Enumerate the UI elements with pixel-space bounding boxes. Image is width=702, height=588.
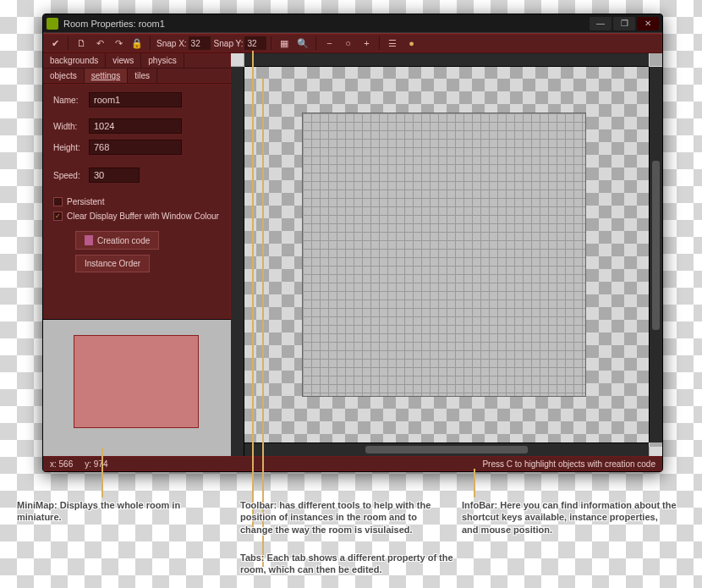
ruler-vertical	[231, 67, 244, 456]
scrollbar-vertical[interactable]	[649, 67, 662, 442]
undo-icon[interactable]: ↶	[91, 36, 108, 51]
zoom-out-icon[interactable]: −	[321, 36, 337, 51]
scrollbar-horizontal[interactable]	[244, 442, 649, 456]
callout-toolbar: Toolbar: has different tools to help wit…	[240, 499, 443, 536]
snapx-label: Snap X:	[156, 39, 187, 48]
speed-label: Speed:	[53, 171, 84, 180]
minimap[interactable]	[43, 319, 231, 456]
new-file-icon[interactable]: 🗋	[73, 36, 90, 51]
room-properties-window: Room Properties: room1 — ❐ ✕ ✔ 🗋 ↶ ↷ 🔒 S…	[42, 14, 663, 472]
tab-settings[interactable]: settings	[85, 69, 128, 83]
list-icon[interactable]: ☰	[384, 36, 401, 51]
separator	[150, 36, 151, 50]
toolbar: ✔ 🗋 ↶ ↷ 🔒 Snap X: Snap Y: ▦ 🔍 − ○ + ☰ ●	[43, 33, 662, 53]
minimize-button[interactable]: —	[590, 17, 612, 30]
separator	[315, 36, 316, 50]
width-label: Width:	[53, 122, 84, 131]
creation-code-label: Creation code	[97, 236, 150, 245]
window-title: Room Properties: room1	[63, 19, 588, 29]
persistent-checkbox[interactable]	[53, 197, 63, 206]
callout-line-infobar	[474, 469, 475, 497]
instance-order-label: Instance Order	[85, 259, 140, 268]
callout-line-minimap	[101, 448, 103, 497]
clearbuffer-checkbox[interactable]: ✓	[53, 212, 63, 221]
separator	[379, 36, 380, 50]
snapy-input[interactable]	[244, 36, 266, 50]
settings-form: Name: Width: Height: Speed:	[43, 84, 231, 319]
app-logo-icon	[47, 18, 58, 30]
zoom-reset-icon[interactable]: ○	[339, 36, 356, 51]
script-icon	[85, 235, 93, 245]
name-label: Name:	[53, 96, 84, 105]
persistent-label: Persistent	[67, 197, 104, 206]
height-label: Height:	[53, 143, 84, 152]
separator	[68, 36, 69, 50]
infobar-x: x: 566	[50, 459, 73, 469]
callout-tabs: Tabs: Each tab shows a different propert…	[240, 552, 477, 576]
confirm-icon[interactable]: ✔	[47, 36, 63, 51]
creation-code-button[interactable]: Creation code	[75, 231, 159, 250]
zoom-icon[interactable]: 🔍	[294, 36, 311, 51]
ruler-horizontal	[244, 53, 649, 67]
width-input[interactable]	[89, 118, 182, 134]
help-icon[interactable]: ●	[403, 36, 420, 51]
snapx-input[interactable]	[189, 36, 211, 50]
titlebar: Room Properties: room1 — ❐ ✕	[43, 14, 662, 33]
callout-infobar: InfoBar: Here you can find information a…	[462, 499, 677, 536]
callout-line-toolbar	[252, 51, 254, 533]
lock-icon[interactable]: 🔒	[129, 36, 145, 51]
left-panel: backgrounds views physics objects settin…	[43, 53, 231, 456]
redo-icon[interactable]: ↷	[110, 36, 127, 51]
grid-icon[interactable]: ▦	[276, 36, 293, 51]
clearbuffer-label: Clear Display Buffer with Window Colour	[67, 212, 219, 221]
maximize-button[interactable]: ❐	[613, 17, 635, 30]
tab-backgrounds[interactable]: backgrounds	[43, 53, 106, 68]
infobar-hint: Press C to highlight objects with creati…	[482, 459, 655, 469]
minimap-room-rect	[74, 335, 199, 428]
name-input[interactable]	[89, 92, 182, 107]
tab-views[interactable]: views	[106, 53, 141, 68]
tab-objects[interactable]: objects	[43, 69, 85, 83]
instance-order-button[interactable]: Instance Order	[75, 255, 150, 272]
room-canvas[interactable]	[231, 53, 662, 456]
tabs: backgrounds views physics objects settin…	[43, 53, 231, 84]
tab-tiles[interactable]: tiles	[128, 69, 157, 83]
infobar: x: 566 y: 974 Press C to highlight objec…	[43, 456, 662, 471]
separator	[271, 36, 271, 50]
main-content: backgrounds views physics objects settin…	[43, 53, 662, 456]
callout-line-tabs	[262, 78, 264, 567]
tab-physics[interactable]: physics	[141, 53, 184, 68]
infobar-y: y: 974	[85, 459, 107, 469]
close-button[interactable]: ✕	[637, 17, 659, 30]
room-grid	[302, 113, 586, 397]
speed-input[interactable]	[89, 168, 140, 183]
callout-minimap: MiniMap: Displays the whole room in mini…	[17, 499, 195, 524]
zoom-in-icon[interactable]: +	[358, 36, 375, 51]
snapy-label: Snap Y:	[214, 39, 244, 48]
height-input[interactable]	[89, 140, 182, 155]
